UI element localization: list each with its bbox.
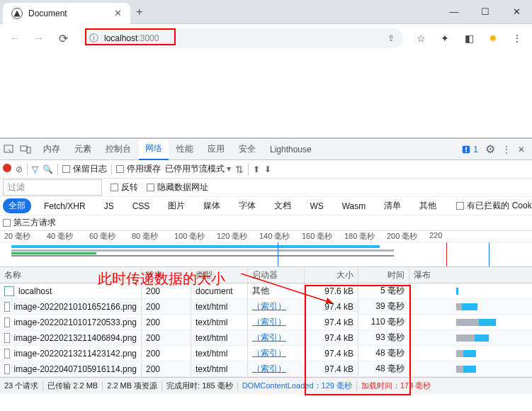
col-启动器[interactable]: 启动器 — [248, 267, 305, 283]
tab-应用[interactable]: 应用 — [201, 139, 231, 160]
third-party-checkbox[interactable]: 第三方请求 — [3, 217, 56, 229]
col-类型[interactable]: 类型 — [191, 267, 248, 283]
search-icon[interactable]: 🔍 — [43, 164, 53, 174]
nav-reload-icon[interactable]: ⟳ — [52, 28, 74, 49]
close-window-button[interactable]: ✕ — [501, 6, 532, 17]
share-icon[interactable]: ⇪ — [387, 33, 395, 43]
table-row[interactable]: image-20220213211423142.png200text/html（… — [0, 346, 532, 361]
table-row[interactable]: localhost200document其他97.6 kB5 毫秒 — [0, 283, 532, 299]
status-dcl: DOMContentLoaded：129 毫秒 — [242, 381, 352, 391]
type-字体[interactable]: 字体 — [233, 198, 261, 213]
clear-button[interactable]: ⊘ — [16, 164, 23, 174]
filter-input[interactable]: 过滤 — [3, 179, 102, 196]
image-file-icon — [4, 317, 10, 327]
status-resources: 2.2 MB 项资源 — [107, 381, 157, 391]
type-Fetch/XHR[interactable]: Fetch/XHR — [38, 200, 91, 213]
table-row[interactable]: image-20220210101652166.png200text/html（… — [0, 299, 532, 315]
filter-icon[interactable]: ▽ — [32, 164, 38, 174]
col-名称[interactable]: 名称 — [0, 267, 142, 283]
status-load: 加载时间：173 毫秒 — [361, 381, 431, 391]
svg-rect-6 — [465, 150, 467, 152]
upload-icon[interactable]: ⬆ — [253, 164, 260, 174]
tab-网络[interactable]: 网络 — [139, 139, 169, 160]
status-finish: 完成用时: 185 毫秒 — [166, 381, 233, 391]
nav-forward-icon[interactable]: → — [28, 28, 50, 49]
record-button[interactable] — [3, 164, 11, 174]
type-WS[interactable]: WS — [304, 200, 329, 213]
maximize-button[interactable]: ☐ — [470, 6, 501, 17]
table-row[interactable]: image-20220407105916114.png200text/html（… — [0, 361, 532, 377]
document-icon — [4, 286, 14, 296]
svg-rect-5 — [465, 147, 467, 150]
type-CSS[interactable]: CSS — [127, 200, 156, 213]
chrome-menu-icon[interactable]: ⋮ — [506, 33, 528, 44]
bookmark-icon[interactable]: ☆ — [410, 33, 431, 44]
tab-内存[interactable]: 内存 — [37, 139, 67, 160]
type-文档[interactable]: 文档 — [268, 198, 297, 213]
new-tab-button[interactable]: + — [136, 6, 142, 18]
nav-back-icon[interactable]: ← — [4, 28, 26, 49]
timeline-overview[interactable] — [0, 242, 532, 266]
url-port: :3000 — [137, 33, 159, 43]
blocked-cookies-checkbox[interactable]: 有已拦截的 Cookie — [456, 200, 532, 212]
type-媒体[interactable]: 媒体 — [198, 198, 226, 213]
tab-Lighthouse[interactable]: Lighthouse — [264, 139, 318, 160]
disable-cache-checkbox[interactable]: 停用缓存 — [116, 163, 161, 175]
devtools-close-icon[interactable]: ✕ — [518, 145, 525, 154]
url-host: localhost — [104, 33, 137, 43]
type-图片[interactable]: 图片 — [162, 198, 191, 213]
inspect-icon[interactable] — [3, 144, 18, 155]
throttling-select[interactable]: 已停用节流模式 ▾ — [165, 163, 231, 175]
type-Wasm[interactable]: Wasm — [336, 200, 372, 213]
image-file-icon — [4, 302, 10, 312]
settings-icon[interactable]: ⚙ — [485, 142, 495, 156]
type-其他[interactable]: 其他 — [414, 198, 442, 213]
extensions-icon[interactable]: ✦ — [434, 33, 455, 44]
favicon-icon — [11, 8, 23, 19]
tab-控制台[interactable]: 控制台 — [99, 139, 137, 160]
extension-1-icon[interactable]: ◧ — [458, 33, 480, 44]
preserve-log-checkbox[interactable]: 保留日志 — [62, 163, 107, 175]
devtools-menu-icon[interactable]: ⋮ — [502, 145, 511, 154]
tab-性能[interactable]: 性能 — [170, 139, 200, 160]
close-tab-icon[interactable]: ✕ — [114, 8, 122, 18]
device-toggle-icon[interactable] — [20, 144, 35, 155]
download-icon[interactable]: ⬇ — [264, 164, 271, 174]
svg-rect-1 — [4, 145, 13, 152]
col-时间[interactable]: 时间 — [358, 267, 409, 283]
browser-tab[interactable]: Document ✕ — [3, 3, 130, 24]
invert-checkbox[interactable]: 反转 — [111, 181, 138, 193]
minimize-button[interactable]: ― — [438, 6, 470, 17]
type-全部[interactable]: 全部 — [3, 198, 31, 213]
type-清单[interactable]: 清单 — [378, 198, 407, 213]
tab-title: Document — [28, 9, 67, 18]
col-状态[interactable]: 状态 — [142, 267, 191, 283]
tab-安全[interactable]: 安全 — [232, 139, 262, 160]
col-瀑布[interactable]: 瀑布 — [409, 267, 532, 283]
image-file-icon — [4, 333, 10, 343]
image-file-icon — [4, 364, 10, 374]
type-JS[interactable]: JS — [98, 200, 120, 213]
svg-rect-3 — [27, 147, 30, 153]
status-requests: 23 个请求 — [4, 381, 38, 391]
issues-button[interactable]: 1 — [461, 145, 478, 154]
table-row[interactable]: image-20220210101720533.png200text/html（… — [0, 315, 532, 330]
svg-rect-2 — [21, 146, 27, 151]
extension-2-icon[interactable]: ✹ — [482, 33, 504, 44]
hide-data-checkbox[interactable]: 隐藏数据网址 — [147, 181, 208, 193]
status-transferred: 已传输 2.2 MB — [47, 381, 98, 391]
url-bar[interactable]: ⓘ localhost:3000 ⇪ — [81, 28, 403, 48]
image-file-icon — [4, 349, 10, 359]
tab-元素[interactable]: 元素 — [68, 139, 98, 160]
col-大小[interactable]: 大小 — [305, 267, 358, 283]
svg-marker-0 — [14, 10, 21, 16]
site-info-icon[interactable]: ⓘ — [89, 32, 98, 45]
table-row[interactable]: image-20220213211406894.png200text/html（… — [0, 330, 532, 346]
wifi-icon[interactable]: ⇅ — [235, 164, 244, 175]
